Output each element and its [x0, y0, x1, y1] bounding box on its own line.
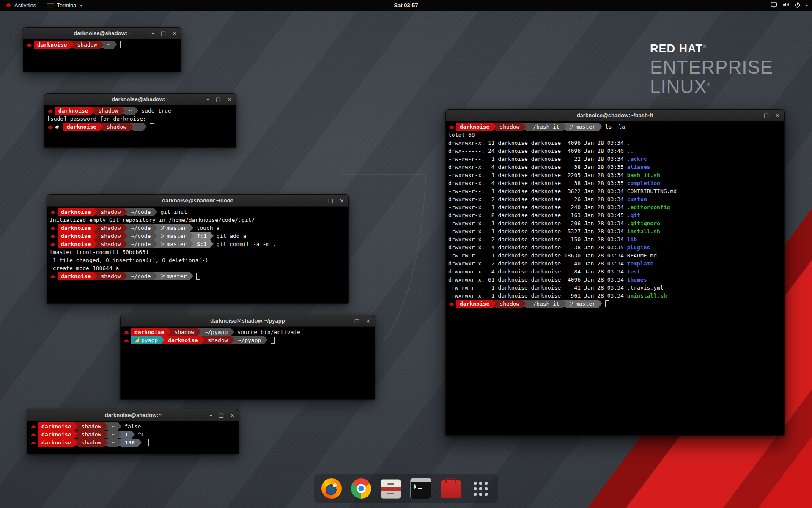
chevron-down-icon: ▾: [806, 3, 808, 8]
terminal-line: drwxrwxr-x. 2 darknoise darknoise 26 Jan…: [448, 195, 782, 203]
toolbox-lid: [441, 486, 461, 486]
window-title: darknoise@shadow:~/pyapp: [121, 315, 375, 326]
redhat-prompt-icon: [448, 123, 456, 131]
minimize-button[interactable]: –: [151, 30, 154, 36]
terminal-body[interactable]: darknoiseshadow~: [23, 39, 181, 72]
close-button[interactable]: ×: [230, 412, 235, 418]
redhat-prompt-icon: [26, 41, 34, 49]
terminal-line: pyappdarknoiseshadow~/pyapp: [123, 336, 372, 344]
apps-grid: [474, 482, 488, 496]
block-cursor: [145, 439, 149, 446]
chrome-icon[interactable]: [351, 478, 371, 499]
prompt-segment-path: ~/code: [127, 232, 154, 240]
terminal-window-bash-it[interactable]: darknoise@shadow:~/bash-it–□×darknoisesh…: [445, 109, 785, 436]
prompt-segment-exit: 1: [121, 431, 132, 439]
block-cursor: [271, 337, 275, 344]
close-button[interactable]: ×: [172, 30, 177, 36]
powerline-separator: [124, 232, 127, 240]
terminal-window-home-1[interactable]: darknoise@shadow:~–□×darknoiseshadow~: [23, 27, 181, 72]
terminal-line: darknoiseshadow~/codegit init: [49, 208, 346, 216]
terminal-window-pyapp[interactable]: darknoise@shadow:~/pyapp–□×darknoiseshad…: [120, 315, 375, 400]
output-text: CONTRIBUTING.md: [627, 188, 677, 194]
powerline-separator: [210, 232, 214, 240]
minimize-button[interactable]: –: [754, 113, 757, 118]
windows-layer: darknoise@shadow:~–□×darknoiseshadow~dar…: [0, 0, 812, 508]
firefox-icon[interactable]: [321, 478, 342, 499]
redhat-prompt-icon: [30, 439, 38, 447]
maximize-button[interactable]: □: [219, 412, 224, 418]
output-text: -rw-rw-r--. 1 darknoise darknoise 18630 …: [448, 252, 627, 259]
powerline-separator: [190, 224, 193, 232]
close-button[interactable]: ×: [775, 113, 780, 118]
minimize-button[interactable]: –: [209, 412, 212, 418]
terminal-body[interactable]: darknoiseshadow~/codegit initInitialized…: [47, 207, 348, 304]
window-titlebar[interactable]: darknoise@shadow:~–□×: [27, 409, 239, 421]
terminal-line: drwxrwxr-x. 4 darknoise darknoise 38 Jan…: [448, 163, 782, 171]
system-status-area[interactable]: ▾: [771, 2, 812, 9]
maximize-button[interactable]: □: [216, 97, 221, 102]
maximize-button[interactable]: □: [764, 113, 769, 118]
window-titlebar[interactable]: darknoise@shadow:~–□×: [44, 94, 236, 105]
output-text: -rwxrwxr-x. 1 darknoise darknoise 961 Ja…: [448, 293, 627, 299]
git-branch-icon: [161, 273, 165, 279]
minimize-button[interactable]: –: [345, 318, 348, 323]
window-titlebar[interactable]: darknoise@shadow:~/bash-it–□×: [446, 110, 784, 121]
terminal-line: darknoiseshadow~sudo true: [47, 107, 233, 115]
prompt-segment-path: ~: [108, 439, 118, 447]
command-text: ^C: [138, 431, 145, 438]
powerline-separator: [231, 328, 234, 336]
terminal-line: total 68: [448, 131, 782, 139]
prompt-segment-path: ~/bash-it: [526, 123, 562, 131]
command-text: touch a: [196, 225, 219, 231]
executable-name: install.sh: [627, 228, 660, 235]
git-branch-icon: [570, 301, 573, 306]
terminal-body[interactable]: darknoiseshadow~sudo true[sudo] password…: [44, 105, 236, 148]
toolbox-icon[interactable]: [441, 480, 461, 498]
prompt-segment-user: darknoise: [58, 224, 94, 232]
command-text: sudo true: [141, 108, 171, 114]
prompt-segment-host: shadow: [78, 422, 104, 431]
window-titlebar[interactable]: darknoise@shadow:~–□×: [23, 28, 181, 39]
terminal-window-sudo[interactable]: darknoise@shadow:~–□×darknoiseshadow~sud…: [44, 93, 236, 148]
close-button[interactable]: ×: [340, 198, 344, 203]
maximize-button[interactable]: □: [328, 198, 333, 203]
terminal-icon[interactable]: $: [410, 478, 431, 499]
prompt-segment-path: ~: [125, 107, 135, 115]
close-button[interactable]: ×: [227, 97, 232, 102]
activities-label: Activities: [14, 2, 36, 8]
app-menu[interactable]: Terminal ▾: [45, 0, 84, 11]
terminal-body[interactable]: darknoiseshadow~falsedarknoiseshadow~1^C…: [27, 421, 239, 454]
terminal-body[interactable]: darknoiseshadow~/pyappsource bin/activat…: [121, 327, 375, 400]
prompt-segment-host: shadow: [97, 208, 124, 216]
minimize-button[interactable]: –: [206, 97, 209, 102]
prompt-segment-user: darknoise: [131, 328, 167, 336]
close-button[interactable]: ×: [366, 318, 370, 323]
terminal-window-code[interactable]: darknoise@shadow:~/code–□×darknoiseshado…: [47, 194, 349, 304]
prompt-segment-host: shadow: [496, 123, 523, 131]
show-applications-icon[interactable]: [470, 478, 491, 499]
maximize-button[interactable]: □: [354, 318, 359, 323]
terminal-body[interactable]: darknoiseshadow~/bash-itmasterls -latota…: [446, 121, 784, 436]
files-icon[interactable]: [381, 479, 401, 499]
window-titlebar[interactable]: darknoise@shadow:~/code–□×: [47, 195, 348, 207]
powerline-separator: [493, 300, 496, 307]
powerline-separator: [104, 422, 108, 430]
powerline-separator: [210, 240, 214, 248]
powerline-separator: [198, 328, 201, 336]
executable-name: .editorconfig: [627, 204, 670, 210]
directory-name: themes: [627, 276, 647, 283]
terminal-line: 1 file changed, 0 insertions(+), 0 delet…: [49, 256, 346, 264]
powerline-separator: [264, 336, 268, 344]
prompt-segment-exit: 130: [121, 439, 138, 447]
prompt-segment-stat: S:1: [193, 240, 210, 248]
powerline-separator: [74, 439, 78, 446]
window-title: darknoise@shadow:~/code: [47, 195, 348, 206]
activities-button[interactable]: Activities: [3, 0, 38, 11]
app-menu-label: Terminal: [57, 2, 77, 8]
clock[interactable]: Sat 03:57: [394, 2, 418, 8]
window-titlebar[interactable]: darknoise@shadow:~/pyapp–□×: [121, 315, 375, 327]
minimize-button[interactable]: –: [319, 198, 322, 203]
powerline-separator: [138, 439, 142, 446]
terminal-window-exit-codes[interactable]: darknoise@shadow:~–□×darknoiseshadow~fal…: [27, 409, 239, 454]
maximize-button[interactable]: □: [161, 30, 166, 36]
